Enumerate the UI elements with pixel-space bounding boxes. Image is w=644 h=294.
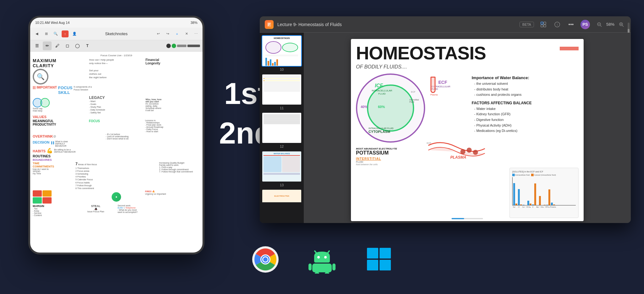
calendar-orange bbox=[42, 190, 52, 197]
time-commitments: TIMECOMMITMENTS bbox=[33, 162, 74, 168]
plasma-tube-label: Plasma bbox=[430, 94, 438, 96]
lasso-tool-icon[interactable]: ◯ bbox=[73, 41, 82, 50]
stroke-width-2[interactable] bbox=[187, 45, 200, 47]
info-btn[interactable]: i bbox=[553, 20, 562, 29]
more-options-btn[interactable]: ••• bbox=[567, 20, 575, 29]
bar-hco3-blue bbox=[527, 201, 529, 205]
svg-point-26 bbox=[317, 256, 320, 259]
pdf-toolbar-right: BETA i ••• PS 58% bbox=[519, 20, 626, 29]
page-thumb-13[interactable]: WATER BALANCE 13 bbox=[262, 151, 302, 187]
page-num-13: 13 bbox=[262, 183, 302, 187]
pdf-doc-title: Lecture 9- Homeostasis of Fluids bbox=[277, 22, 516, 27]
svg-point-23 bbox=[263, 257, 268, 262]
svg-rect-36 bbox=[380, 260, 391, 270]
routines-text: ROUTINES bbox=[33, 154, 200, 158]
homeostasis-subtitle: OF BODILY FLUIDS.... bbox=[356, 64, 579, 70]
mp-notes: Lessons in- Relationships- Final plan wo… bbox=[145, 119, 200, 133]
bar-hco3 bbox=[527, 201, 531, 205]
page-thumb-10[interactable]: HOMEOSTASIS bbox=[262, 35, 302, 71]
page-thumb-12[interactable]: 12 bbox=[262, 112, 302, 148]
zoom-in-btn[interactable] bbox=[617, 20, 626, 29]
bar-so4-orange bbox=[544, 205, 546, 205]
stroke-width[interactable] bbox=[177, 45, 186, 47]
pdf-page-content: HOMEOSTASIS OF BODILY FLUIDS.... bbox=[351, 39, 584, 221]
pdf-titlebar: Lecture 9- Homeostasis of Fluids BETA i … bbox=[260, 16, 631, 33]
cytoplasm-label: INTRACELLULAR FLUID CYTOPLASM bbox=[369, 127, 393, 133]
homeostasis-body: ICF INTRACELLULARFLUID ECF EXTRACELLULAR… bbox=[356, 74, 579, 166]
bar-k-blue bbox=[532, 204, 534, 205]
bar-k bbox=[532, 183, 536, 205]
zoom-out-btn[interactable] bbox=[595, 20, 604, 29]
homeostasis-content: HOMEOSTASIS OF BODILY FLUIDS.... bbox=[351, 39, 584, 221]
thumb-img-10: HOMEOSTASIS bbox=[262, 35, 302, 67]
back-btn[interactable]: ◀ bbox=[33, 30, 40, 37]
seven-things: 7 Areas of Non-focus 1 Themselves2 Focus… bbox=[75, 162, 157, 189]
color-dark[interactable] bbox=[166, 44, 171, 48]
sketch-content: Focus Course Live - 1/23/19 MAXIMUMCLARI… bbox=[33, 54, 200, 250]
focus-notes: 5 components of a Focus Session bbox=[74, 85, 200, 95]
clarity-notes: How can I help peopleonly notice the—Set… bbox=[89, 58, 143, 84]
svg-rect-32 bbox=[325, 272, 329, 274]
factor-3: - Digestive function bbox=[474, 117, 579, 123]
venn-circle-2 bbox=[40, 98, 50, 107]
zoom-level: 58% bbox=[606, 22, 614, 27]
bar-k-orange bbox=[534, 183, 536, 205]
redo-btn[interactable]: ↪ bbox=[164, 30, 171, 37]
svg-rect-30 bbox=[332, 264, 336, 270]
page-thumb-electrolytes[interactable]: ELECTROLYTES bbox=[262, 189, 302, 220]
page-num-12: 12 bbox=[262, 144, 302, 148]
app-title: Sketchnotes bbox=[80, 31, 152, 36]
plasma-tube-icon: Plasma bbox=[430, 77, 438, 96]
svg-rect-4 bbox=[544, 25, 546, 27]
x-label-hpo4: HPO₄²⁻ bbox=[545, 206, 550, 208]
svg-rect-1 bbox=[541, 22, 543, 24]
bar-hco3-orange bbox=[530, 204, 531, 205]
undo-btn[interactable]: ↩ bbox=[155, 30, 162, 37]
page-thumb-11[interactable]: 11 bbox=[262, 74, 302, 110]
color-green[interactable] bbox=[172, 44, 176, 48]
importance-title: Importance of Water Balance: bbox=[472, 75, 579, 80]
thumb-img-electrolytes: ELECTROLYTES bbox=[262, 189, 302, 220]
person-btn[interactable]: 👤 bbox=[71, 30, 78, 37]
ecf-small-label: ECF bbox=[411, 91, 415, 93]
share-btn[interactable]: ↑ bbox=[62, 30, 69, 37]
importance-item-1: - the universal solvent bbox=[474, 81, 579, 87]
search-btn[interactable]: 🔍 bbox=[52, 30, 59, 37]
pdf-main-view: HOMEOSTASIS OF BODILY FLUIDS.... bbox=[304, 33, 631, 223]
pen-tool-icon[interactable]: ✏ bbox=[43, 41, 52, 50]
calendar-red-1 bbox=[33, 190, 42, 197]
grid-btn[interactable]: ⊞ bbox=[43, 30, 50, 37]
max-clarity-text: MAXIMUMCLARITY bbox=[33, 58, 87, 68]
page-scroll-indicator bbox=[452, 218, 483, 219]
bar-cl-blue bbox=[518, 189, 520, 205]
svg-rect-35 bbox=[367, 260, 378, 270]
x-label-mg: Mg²⁺ bbox=[536, 206, 540, 208]
svg-point-18 bbox=[473, 150, 478, 155]
user-avatar[interactable]: PS bbox=[580, 20, 590, 29]
view-toggle-btn[interactable] bbox=[539, 20, 548, 29]
sidebar-toggle-icon[interactable]: ☰ bbox=[33, 41, 42, 50]
marker-tool-icon[interactable]: 🖊 bbox=[53, 41, 62, 50]
windows-icon bbox=[364, 245, 393, 274]
chart-legend: Extracellular fluid Cytosol (intracellul… bbox=[512, 174, 576, 176]
bar-hpo4 bbox=[546, 189, 550, 205]
chart-solutes-label: [SOLUTES] in the ECF and ICF bbox=[512, 171, 576, 173]
add-btn[interactable]: + bbox=[174, 30, 180, 37]
boundaries-text: BOUNDARIES bbox=[33, 158, 200, 161]
tablet-device: 10:21 AM Wed Aug 14 38% ◀ ⊞ 🔍 ↑ 👤 Sketch… bbox=[28, 16, 204, 254]
close-btn[interactable]: ✕ bbox=[183, 30, 190, 37]
fires-label: FIRES 🔥 Urgency vs Important bbox=[145, 190, 200, 204]
focus-circle: ● bbox=[112, 192, 121, 202]
diagram-area: ICF INTRACELLULARFLUID ECF EXTRACELLULAR… bbox=[356, 74, 463, 166]
legacy-text: LEGACY bbox=[89, 95, 143, 100]
longevity-notes: FinancialLongevity bbox=[146, 58, 200, 84]
factor-1: - Water intake bbox=[474, 106, 579, 112]
plasma-river: PLASMA ECF bbox=[425, 136, 488, 162]
legacy-notes-2: Whu, how, howwill you start It's 1st bef… bbox=[146, 98, 200, 112]
bar-mg bbox=[537, 196, 541, 205]
more-btn[interactable]: ⋯ bbox=[192, 30, 199, 37]
text-tool-icon[interactable]: T bbox=[83, 41, 92, 50]
legacy-questions: - Want- Goals- Study Plan- Daily Schedul… bbox=[89, 100, 143, 114]
bar-ca-blue bbox=[523, 205, 525, 205]
eraser-tool-icon[interactable]: ◻ bbox=[63, 41, 72, 50]
